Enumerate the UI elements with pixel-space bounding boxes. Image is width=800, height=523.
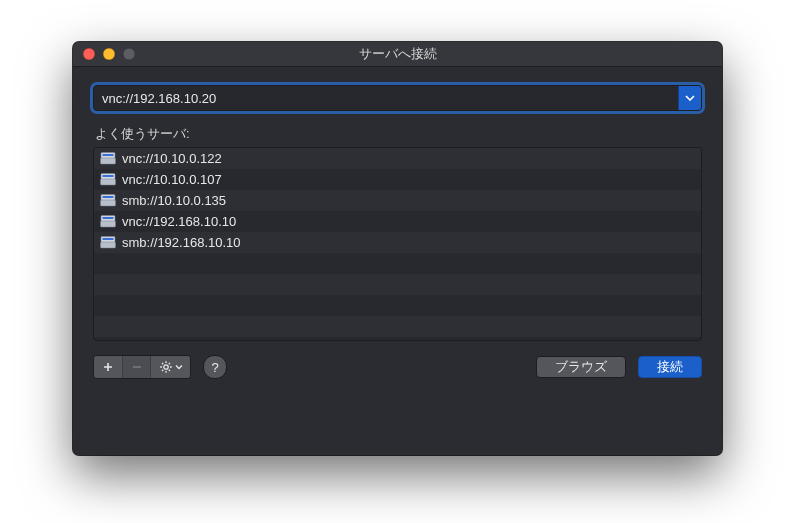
list-item-label: smb://10.10.0.135 [122, 193, 226, 208]
history-dropdown-button[interactable] [678, 86, 701, 110]
server-icon [100, 152, 116, 165]
list-item-label: vnc://192.168.10.10 [122, 214, 236, 229]
action-menu-button[interactable] [150, 356, 190, 378]
svg-line-23 [168, 363, 169, 364]
list-item-label: vnc://10.10.0.107 [122, 172, 222, 187]
svg-line-21 [168, 370, 169, 371]
svg-rect-10 [103, 217, 114, 219]
svg-line-20 [162, 363, 163, 364]
list-edit-segment [93, 355, 191, 379]
connect-button[interactable]: 接続 [638, 356, 702, 378]
list-item [94, 295, 701, 316]
footer: ? ブラウズ 接続 [93, 355, 702, 379]
svg-rect-13 [103, 238, 114, 240]
server-icon [100, 173, 116, 186]
svg-rect-7 [103, 196, 114, 198]
minus-icon [131, 361, 143, 373]
svg-rect-4 [103, 175, 114, 177]
favorites-list[interactable]: vnc://10.10.0.122 vnc://10.10.0.107 smb:… [93, 147, 702, 341]
remove-button [122, 356, 150, 378]
chevron-down-icon [175, 363, 183, 371]
plus-icon [102, 361, 114, 373]
server-icon [100, 215, 116, 228]
list-item[interactable]: vnc://192.168.10.10 [94, 211, 701, 232]
list-item[interactable]: smb://192.168.10.10 [94, 232, 701, 253]
window-body: よく使うサーバ: vnc://10.10.0.122 vnc://10.10.0… [73, 67, 722, 395]
connect-to-server-window: サーバへ接続 よく使うサーバ: vnc://10.10.0.122 vnc://… [73, 42, 722, 455]
list-item [94, 316, 701, 337]
list-item-label: smb://192.168.10.10 [122, 235, 241, 250]
svg-rect-2 [101, 158, 116, 164]
titlebar[interactable]: サーバへ接続 [73, 42, 722, 67]
list-item-label: vnc://10.10.0.122 [122, 151, 222, 166]
gear-icon [159, 360, 173, 374]
server-icon [100, 236, 116, 249]
svg-rect-11 [101, 221, 116, 227]
add-button[interactable] [94, 356, 122, 378]
list-item [94, 274, 701, 295]
browse-button[interactable]: ブラウズ [536, 356, 626, 378]
server-address-input[interactable] [94, 86, 678, 110]
close-icon[interactable] [83, 48, 95, 60]
svg-rect-1 [103, 154, 114, 156]
zoom-icon [123, 48, 135, 60]
chevron-down-icon [685, 93, 695, 103]
window-title: サーバへ接続 [73, 45, 722, 63]
minimize-icon[interactable] [103, 48, 115, 60]
svg-point-15 [163, 365, 167, 369]
svg-rect-8 [101, 200, 116, 206]
list-item[interactable]: smb://10.10.0.135 [94, 190, 701, 211]
server-address-combo[interactable] [93, 85, 702, 111]
svg-line-22 [162, 370, 163, 371]
list-item[interactable]: vnc://10.10.0.122 [94, 148, 701, 169]
svg-rect-5 [101, 179, 116, 185]
list-item [94, 253, 701, 274]
server-icon [100, 194, 116, 207]
list-item[interactable]: vnc://10.10.0.107 [94, 169, 701, 190]
help-button[interactable]: ? [203, 355, 227, 379]
svg-rect-14 [101, 242, 116, 248]
favorites-label: よく使うサーバ: [95, 125, 700, 143]
traffic-lights [83, 48, 135, 60]
